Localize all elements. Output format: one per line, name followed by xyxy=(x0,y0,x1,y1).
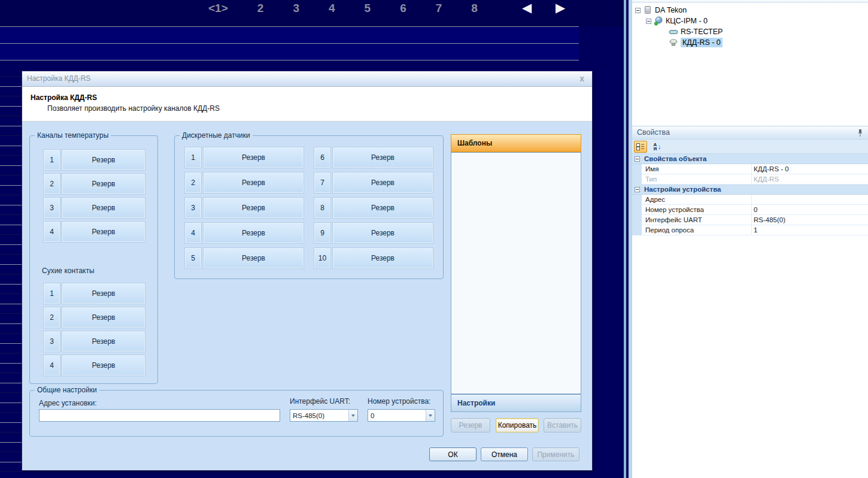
discrete-channel-row: 3 Резерв xyxy=(184,197,304,219)
discrete-channel-button[interactable]: Резерв xyxy=(332,247,433,269)
channel-number: 4 xyxy=(43,221,60,243)
channel-number: 3 xyxy=(184,197,202,219)
templates-list[interactable] xyxy=(451,152,581,394)
dialog-titlebar[interactable]: Настройка КДД-RS x xyxy=(22,71,592,87)
tree-item-rs-tester[interactable]: RS-ТЕСТЕР xyxy=(666,26,723,37)
address-label: Адрес установки: xyxy=(39,399,97,407)
page-number[interactable]: 5 xyxy=(365,2,371,15)
page-number[interactable]: 3 xyxy=(293,2,299,15)
property-row[interactable]: Имя КДД-RS - 0 xyxy=(632,164,868,174)
page-number[interactable]: 7 xyxy=(436,2,442,15)
paste-button[interactable]: Вставить xyxy=(544,418,581,432)
property-row-readonly: Тип КДД-RS xyxy=(632,174,868,184)
discrete-channel-button[interactable]: Резерв xyxy=(203,222,304,244)
temp-channel-button[interactable]: Резерв xyxy=(62,221,145,243)
categorized-view-icon[interactable] xyxy=(634,141,647,153)
temp-channel-button[interactable]: Резерв xyxy=(62,197,145,219)
channel-number: 1 xyxy=(43,149,60,171)
server-box-icon xyxy=(643,5,652,15)
copy-button[interactable]: Копировать xyxy=(496,418,539,432)
device-number-combobox[interactable]: 0 xyxy=(368,409,435,422)
discrete-channel-row: 9 Резерв xyxy=(314,222,433,244)
channel-number: 2 xyxy=(184,172,202,193)
temp-channel-button[interactable]: Резерв xyxy=(62,173,145,195)
temp-channel-button[interactable]: Резерв xyxy=(62,149,145,171)
temp-channel-row: 2 Резерв xyxy=(43,173,145,195)
property-category[interactable]: Свойства объекта xyxy=(632,154,868,164)
dry-contact-button[interactable]: Резерв xyxy=(62,283,145,304)
cancel-button[interactable]: Отмена xyxy=(481,447,528,461)
screen: <1> 2 3 4 5 6 7 8 ◀ ▶ Настройка КДД-RS x… xyxy=(0,0,868,478)
discrete-channel-row: 10 Резерв xyxy=(314,247,433,269)
tree-item-label-selected: КДД-RS - 0 xyxy=(681,38,723,47)
dry-contact-button[interactable]: Резерв xyxy=(62,355,145,376)
channel-number: 8 xyxy=(314,197,331,219)
dry-contact-row: 2 Резерв xyxy=(43,307,145,328)
indent-strip xyxy=(632,215,642,225)
page-number[interactable]: 8 xyxy=(471,2,478,15)
channel-number: 3 xyxy=(43,331,60,352)
uart-value: RS-485(0) xyxy=(290,412,348,419)
alphabetical-sort-icon[interactable]: АЯ ↓ xyxy=(650,141,664,153)
device-number-value: 0 xyxy=(368,412,426,419)
collapse-icon[interactable] xyxy=(646,19,651,24)
property-row[interactable]: Номер устройства 0 xyxy=(632,205,868,215)
prev-page-icon[interactable]: ◀ xyxy=(522,1,532,15)
apply-button[interactable]: Применить xyxy=(532,447,579,461)
channel-number: 9 xyxy=(314,222,331,244)
discrete-channel-button[interactable]: Резерв xyxy=(203,247,304,269)
page-number-current[interactable]: <1> xyxy=(208,2,228,15)
page-number[interactable]: 6 xyxy=(400,2,406,15)
tree-item-kcs-ipm[interactable]: КЦС-IPM - 0 xyxy=(646,16,708,26)
ok-button[interactable]: ОК xyxy=(429,447,477,461)
discrete-channel-button[interactable]: Резерв xyxy=(332,222,433,244)
dish-device-icon xyxy=(669,38,678,47)
discrete-channel-button[interactable]: Резерв xyxy=(203,197,304,219)
discrete-channel-button[interactable]: Резерв xyxy=(203,172,304,193)
dry-contact-row: 4 Резерв xyxy=(43,355,145,376)
tree-item-da-tekon[interactable]: DA Tekon xyxy=(635,5,687,16)
property-row[interactable]: Адрес xyxy=(632,195,868,205)
channel-number: 3 xyxy=(43,197,60,219)
close-icon[interactable]: x xyxy=(579,74,584,83)
discrete-channel-row: 4 Резерв xyxy=(184,222,304,244)
dry-contact-button[interactable]: Резерв xyxy=(62,331,145,352)
general-settings-group: Общие настройки Адрес установки: Интерфе… xyxy=(29,390,444,437)
channel-number: 2 xyxy=(43,307,60,328)
channel-number: 5 xyxy=(184,247,202,269)
pagination: <1> 2 3 4 5 6 7 8 xyxy=(208,0,478,16)
page-number[interactable]: 2 xyxy=(257,2,264,15)
tree-item-kdd-rs[interactable]: КДД-RS - 0 xyxy=(666,37,723,48)
address-input[interactable] xyxy=(39,409,280,422)
properties-toolbar: АЯ ↓ xyxy=(632,140,868,154)
indent-strip xyxy=(632,195,642,205)
collapse-icon[interactable] xyxy=(635,187,640,192)
channel-number: 4 xyxy=(43,355,60,376)
next-page-icon[interactable]: ▶ xyxy=(556,1,565,15)
discrete-channel-row: 2 Резерв xyxy=(184,172,304,193)
property-row[interactable]: Интерфейс UART RS-485(0) xyxy=(632,215,868,225)
discrete-channel-button[interactable]: Резерв xyxy=(332,197,433,219)
collapse-icon[interactable] xyxy=(635,156,640,162)
dropdown-arrow-icon[interactable] xyxy=(348,410,357,421)
page-number[interactable]: 4 xyxy=(329,2,335,15)
temp-channel-row: 4 Резерв xyxy=(43,221,145,243)
settings-bar[interactable]: Настройки xyxy=(451,394,581,412)
discrete-channel-button[interactable]: Резерв xyxy=(203,147,304,168)
discrete-channel-row: 7 Резерв xyxy=(314,172,433,193)
discrete-channel-button[interactable]: Резерв xyxy=(332,172,433,193)
channel-number: 1 xyxy=(43,283,60,304)
uart-combobox[interactable]: RS-485(0) xyxy=(290,409,358,422)
network-device-icon xyxy=(654,16,663,26)
dropdown-arrow-icon[interactable] xyxy=(426,410,435,421)
property-row[interactable]: Период опроса 1 xyxy=(632,225,868,235)
collapse-icon[interactable] xyxy=(635,8,641,13)
channel-number: 2 xyxy=(43,173,60,195)
dry-contact-button[interactable]: Резерв xyxy=(62,307,145,328)
discrete-sensors-group: Дискретные датчики 1 Резерв 2 Резерв 3 Р… xyxy=(174,135,444,279)
grid-line xyxy=(0,43,579,44)
discrete-channel-button[interactable]: Резерв xyxy=(332,147,433,168)
column-divider xyxy=(751,174,752,184)
reserve-button[interactable]: Резерв xyxy=(451,418,490,432)
property-category[interactable]: Настройки устройства xyxy=(632,184,868,195)
